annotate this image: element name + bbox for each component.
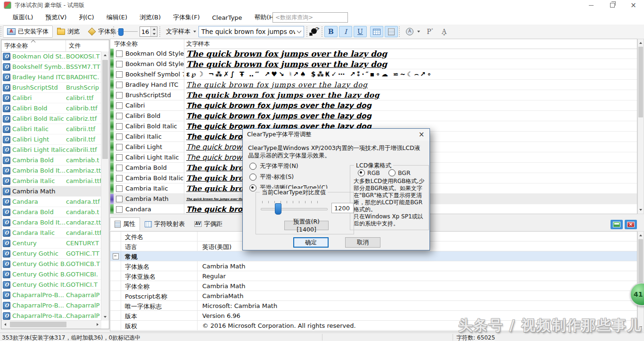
font-row[interactable]: Bradley Hand ITCThe quick brown fox jump… — [110, 80, 637, 90]
font-row[interactable]: Bookman Old Style ...The quick brown fox… — [110, 59, 637, 69]
installed-font-row[interactable]: OCentury GothicGOTHIC.TT — [1, 249, 101, 259]
scroll-down-icon[interactable] — [101, 313, 109, 321]
menu-item-3[interactable]: 编辑(E) — [100, 11, 133, 24]
font-checkbox[interactable] — [116, 175, 123, 182]
installed-font-row[interactable]: OCalibri Italiccalibrii.ttf — [1, 124, 101, 134]
font-checkbox[interactable] — [116, 185, 123, 192]
column-header-file[interactable]: 文件 — [66, 40, 109, 51]
font-checkbox[interactable] — [116, 113, 123, 119]
contrast-slider[interactable] — [261, 208, 328, 210]
dialog-close-button[interactable]: × — [416, 130, 427, 139]
list-view-button[interactable] — [385, 26, 398, 37]
size-down-button[interactable] — [151, 32, 157, 36]
menu-item-6[interactable]: ClearType — [206, 12, 248, 23]
font-checkbox[interactable] — [116, 133, 123, 140]
font-list-vscrollbar[interactable] — [637, 39, 644, 214]
restore-button[interactable] — [602, 0, 623, 10]
installed-font-row[interactable]: OCalibricalibri.ttf — [1, 93, 101, 103]
ok-button[interactable]: 确定 — [293, 237, 329, 248]
smoothing-option-1[interactable]: 平滑-标准(S) — [249, 172, 328, 183]
scrollbar-thumb[interactable] — [102, 60, 108, 159]
font-row[interactable]: BrushScriptStdThe quick brown fox jumps … — [110, 90, 637, 100]
scrollbar-thumb[interactable] — [10, 322, 66, 327]
installed-font-row[interactable]: OChaparralPro-B...ChaparralP — [1, 290, 101, 300]
font-checkbox[interactable] — [116, 196, 123, 202]
toolbar-grip[interactable] — [399, 26, 401, 37]
charset-dropdown-icon[interactable] — [417, 31, 420, 33]
installed-font-row[interactable]: OCandara Italiccandarai.ttf — [1, 228, 101, 238]
toolbar-tab-1[interactable]: 浏览 — [53, 25, 84, 38]
italic-button[interactable]: I — [339, 26, 352, 37]
contrast-value-field[interactable]: 1200 — [331, 203, 354, 213]
toolbar-grip[interactable] — [113, 26, 116, 37]
installed-font-row[interactable]: OCambria Boldcambriab.t — [1, 155, 101, 166]
installed-font-row[interactable]: OCenturyCENTURY.T — [1, 238, 101, 249]
installed-font-row[interactable]: OCambria Math — [1, 186, 101, 197]
char-ring-button[interactable]: Ḁ — [438, 26, 451, 37]
installed-font-row[interactable]: OCentury Gothic B...GOTHICBI. — [1, 269, 101, 280]
property-expander-cell[interactable] — [110, 251, 121, 261]
column-header-sample[interactable]: 文字样本 — [184, 39, 637, 49]
radio-icon[interactable] — [249, 174, 256, 181]
smoothing-option-0[interactable]: 无字体平滑(N) — [249, 161, 328, 172]
installed-font-row[interactable]: OCalibri Boldcalibrib.ttf — [1, 103, 101, 114]
combo-chevron-icon[interactable] — [297, 29, 302, 33]
slider-thumb-icon[interactable] — [118, 28, 124, 36]
toolbar-tab-0[interactable]: A已安装字体 — [3, 25, 53, 38]
sample-text-combobox[interactable] — [198, 26, 304, 37]
scroll-up-icon[interactable] — [101, 51, 109, 59]
font-size-slider[interactable] — [117, 26, 138, 37]
scroll-left-icon[interactable] — [1, 321, 9, 328]
lcd-option-0[interactable]: RGB — [358, 169, 380, 176]
column-header-fontname[interactable]: 字体全称 — [110, 39, 184, 49]
bottom-tab-2[interactable]: AV字偶距 — [190, 217, 227, 231]
scroll-up-icon[interactable] — [638, 39, 644, 47]
installed-font-row[interactable]: OBookman Old St...BOOKOSI.T — [1, 51, 101, 62]
radio-icon[interactable] — [249, 163, 256, 170]
menu-item-4[interactable]: 浏览(B) — [133, 11, 167, 24]
installed-font-row[interactable]: OChaparralPro-Ita...ChaparralP — [1, 311, 101, 321]
color-rotate-button[interactable]: ⟳ — [309, 27, 319, 36]
preset-button[interactable]: 预置值(R) [1400] — [284, 221, 329, 230]
installed-font-row[interactable]: OCalibri Lightcalibril.ttf — [1, 134, 101, 145]
font-checkbox[interactable] — [116, 123, 123, 130]
menu-item-0[interactable]: 版面(L) — [7, 11, 39, 24]
radio-icon[interactable] — [358, 169, 365, 176]
installed-font-row[interactable]: OChaparralPro-B...ChaparralP — [1, 300, 101, 311]
database-search-input[interactable] — [272, 12, 348, 23]
font-checkbox[interactable] — [116, 50, 123, 57]
installed-font-row[interactable]: OBookshelf Symb...BSSYM7.TT — [1, 62, 101, 72]
installed-font-row[interactable]: OCambria Bold It...cambriaz.tt — [1, 166, 101, 176]
font-checkbox[interactable] — [116, 71, 123, 78]
contrast-slider-thumb[interactable] — [275, 203, 281, 215]
cancel-button[interactable]: 取消 — [345, 237, 380, 248]
toolbar-grip[interactable] — [159, 26, 162, 37]
menu-item-1[interactable]: 预览(V) — [39, 11, 73, 24]
font-checkbox[interactable] — [116, 92, 123, 99]
installed-font-row[interactable]: OCandaracandara.ttf — [1, 197, 101, 207]
installed-font-row[interactable]: OCandara Bold It...candaraz.tt — [1, 217, 101, 228]
font-row[interactable]: Bookshelf Symbol 7ε℘☽ ¬⁂✗∫ Ŧ ‥‴ ↗♥↘ ♮↗♠ … — [110, 69, 637, 80]
installed-font-row[interactable]: OCalibri Light Italiccalibrili.ttf — [1, 145, 101, 155]
minimize-button[interactable] — [580, 0, 602, 10]
sample-text-menu-button[interactable]: 文字样本 — [162, 26, 200, 37]
font-row[interactable]: Bookman Old Style ...The quick brown fox… — [110, 49, 637, 59]
font-checkbox[interactable] — [116, 61, 123, 67]
font-row[interactable]: Calibri BoldThe quick brown fox jumps ov… — [110, 111, 637, 121]
menu-item-2[interactable]: 列(C) — [73, 11, 100, 24]
grid-view-button[interactable] — [370, 26, 383, 37]
sample-text-input[interactable] — [199, 28, 297, 35]
size-up-button[interactable] — [151, 27, 157, 32]
charset-globe-button[interactable]: A — [403, 26, 416, 37]
installed-font-row[interactable]: OCalibri Bold Italiccalibriz.ttf — [1, 114, 101, 124]
panel-dock-button[interactable] — [611, 220, 623, 229]
font-checkbox[interactable] — [116, 206, 123, 213]
font-checkbox[interactable] — [116, 154, 123, 161]
font-checkbox[interactable] — [116, 144, 123, 150]
font-checkbox[interactable] — [116, 102, 123, 109]
font-checkbox[interactable] — [116, 165, 123, 171]
panel-close-button[interactable]: × — [625, 220, 637, 229]
installed-font-row[interactable]: OCentury Gothic B...GOTHICB.T — [1, 259, 101, 269]
installed-font-row[interactable]: OCentury Gothic It...GOTHICI.T — [1, 280, 101, 290]
menu-item-5[interactable]: 字体集(F) — [167, 11, 206, 24]
